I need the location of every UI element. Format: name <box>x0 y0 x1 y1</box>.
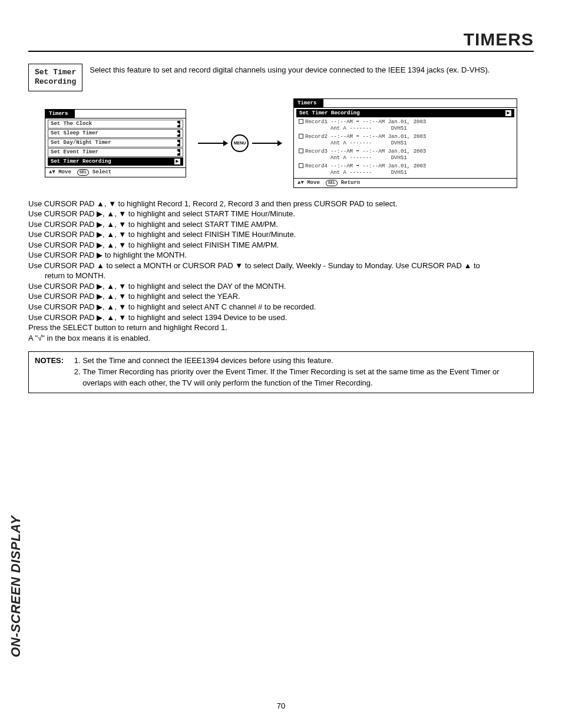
instruction-line: Use CURSOR PAD ▶, ▲, ▼ to highlight and … <box>28 281 534 292</box>
record-2: Record2 --:--AM ➡ --:--AM Jan.01, 2003 <box>296 133 514 140</box>
menu-item-timer-recording: Set Timer Recording▶ <box>48 157 183 166</box>
instruction-line: Use CURSOR PAD ▲, ▼ to highlight Record … <box>28 199 534 209</box>
menu-footer-right: ▲▼ Move SEL Return <box>294 178 517 187</box>
record-2-sub: Ant A ------- DVHS1 <box>296 140 514 147</box>
note-item: Set the Time and connect the IEEE1394 de… <box>82 355 527 367</box>
diagram-row: Timers Set The Clock▶ Set Sleep Timer▶ S… <box>28 98 534 188</box>
instruction-line: Use CURSOR PAD ▶, ▲, ▼ to highlight and … <box>28 302 534 312</box>
menu-item-day-night: Set Day/Night Timer▶ <box>48 139 183 147</box>
instruction-line: Use CURSOR PAD ▶, ▲, ▼ to highlight and … <box>28 312 534 323</box>
menu-item-sleep-timer: Set Sleep Timer▶ <box>48 129 183 138</box>
timers-tab-right: Timers <box>294 99 320 107</box>
instruction-line: Use CURSOR PAD ▶, ▲, ▼ to highlight and … <box>28 229 534 240</box>
note-item: The Timer Recording has priority over th… <box>82 367 527 389</box>
set-timer-recording-box: Set Timer Recording <box>28 64 82 91</box>
side-label: ON-SCREEN DISPLAY <box>8 516 24 657</box>
instruction-line: Use CURSOR PAD ▶ to highlight the MONTH. <box>28 250 534 261</box>
right-arrow-icon <box>252 143 282 144</box>
set-box-line2: Recording <box>35 77 76 87</box>
instruction-line: Use CURSOR PAD ▲ to select a MONTH or CU… <box>28 261 534 271</box>
menu-item-event-timer: Set Event Timer▶ <box>48 148 183 157</box>
menu-button-icon: MENU <box>231 134 249 152</box>
notes-box: NOTES: Set the Time and connect the IEEE… <box>28 351 534 393</box>
record-1-sub: Ant A ------- DVHS1 <box>296 126 514 133</box>
menu-item-set-clock: Set The Clock▶ <box>48 120 183 129</box>
record-4-sub: Ant A ------- DVHS1 <box>296 170 514 177</box>
instruction-line: Use CURSOR PAD ▶, ▲, ▼ to highlight and … <box>28 291 534 302</box>
instruction-line: Use CURSOR PAD ▶, ▲, ▼ to highlight and … <box>28 209 534 219</box>
intro-text: Select this feature to set and record di… <box>90 64 534 91</box>
arrow-to-menu-button: MENU <box>198 134 282 152</box>
timers-menu-panel: Timers Set The Clock▶ Set Sleep Timer▶ S… <box>45 109 186 177</box>
menu-footer-left: ▲▼ Move SEL Select <box>45 167 186 177</box>
instruction-line: return to MONTH. <box>28 271 534 281</box>
instructions-block: Use CURSOR PAD ▲, ▼ to highlight Record … <box>28 199 534 344</box>
instruction-line: Press the SELECT button to return and hi… <box>28 322 534 333</box>
instruction-line: Use CURSOR PAD ▶, ▲, ▼ to highlight and … <box>28 240 534 251</box>
set-timer-recording-panel: Timers Set Timer Recording▶ Record1 --:-… <box>293 98 517 188</box>
record-4: Record4 --:--AM ➡ --:--AM Jan.01, 2003 <box>296 162 514 170</box>
timers-tab: Timers <box>45 110 71 118</box>
instruction-line: Use CURSOR PAD ▶, ▲, ▼ to highlight and … <box>28 219 534 230</box>
page-title: TIMERS <box>28 29 534 52</box>
submenu-set-timer-recording: Set Timer Recording▶ <box>296 109 514 117</box>
set-box-line1: Set Timer <box>35 68 76 77</box>
right-arrow-icon <box>198 143 227 144</box>
page-number: 70 <box>0 701 562 710</box>
instruction-line: A "√" in the box means it is enabled. <box>28 333 534 344</box>
notes-label: NOTES: <box>35 355 64 389</box>
record-3: Record3 --:--AM ➡ --:--AM Jan.01, 2003 <box>296 147 514 155</box>
record-1: Record1 --:--AM ➡ --:--AM Jan.01, 2003 <box>296 118 514 126</box>
record-3-sub: Ant A ------- DVHS1 <box>296 155 514 162</box>
